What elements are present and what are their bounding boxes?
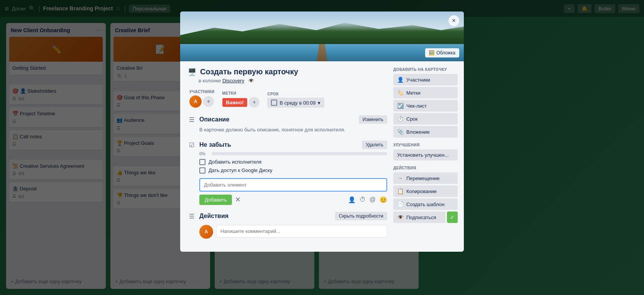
avatar[interactable]: A: [189, 95, 202, 108]
modal-close-button[interactable]: ×: [449, 15, 459, 26]
participants-row: A +: [189, 95, 215, 108]
move-icon: →: [397, 175, 403, 181]
deadline-section: СРОК В среду в 00:09 ▾: [267, 92, 324, 108]
actions-title: Действия: [199, 213, 228, 220]
template-label: Создать шаблон: [406, 202, 445, 207]
add-label-btn[interactable]: +: [249, 97, 260, 108]
modal-sidebar: ДОБАВИТЬ НА КАРТОЧКУ 👤 Участники 🏷️ Метк…: [393, 67, 458, 246]
checklist-progress: 0%: [199, 151, 387, 156]
check-text-1: Добавить исполнителя: [209, 159, 261, 165]
participants-label: УЧАСТНИКИ: [189, 90, 215, 94]
checklist-section: ☑ Не забыть Удалить 0%: [188, 141, 387, 205]
clock-icon[interactable]: ⏱: [360, 196, 366, 203]
deadline-row: В среду в 00:09 ▾: [267, 98, 324, 108]
improvements-btn[interactable]: Установить улучшен...: [393, 149, 458, 161]
clock-icon: ⏱️: [397, 116, 403, 122]
checklist-item-2: Дать доступ к Google Диску: [199, 167, 387, 174]
user-icon: 👤: [397, 77, 403, 83]
watch-icon[interactable]: 👁️: [248, 78, 254, 84]
actions-sidebar-section: ДЕЙСТВИЯ → Перемещение 📋 Копирование 📄 С…: [393, 166, 458, 223]
toolbar-icons: 👤 ⏱ @ 😊: [348, 196, 387, 203]
progress-percent: 0%: [199, 151, 209, 156]
checklist-item-1: Добавить исполнителя: [199, 159, 387, 165]
add-element-btn[interactable]: Добавить: [199, 195, 232, 205]
deadline-checkbox: [271, 100, 277, 106]
subscribe-check-btn[interactable]: ✓: [447, 211, 458, 223]
sidebar-participants-btn[interactable]: 👤 Участники: [393, 74, 458, 85]
description-text: В карточке должно быть описание, понятно…: [199, 126, 387, 134]
add-to-card-section: ДОБАВИТЬ НА КАРТОЧКУ 👤 Участники 🏷️ Метк…: [393, 67, 458, 138]
hide-details-btn[interactable]: Скрыть подробности: [335, 212, 387, 220]
sidebar-checklist-btn[interactable]: ☑️ Чек-лист: [393, 100, 458, 111]
comment-avatar: A: [199, 225, 213, 239]
sidebar-deadline-label: Срок: [406, 116, 418, 122]
deadline-label: СРОК: [267, 92, 324, 96]
progress-bar-bg: [212, 152, 387, 155]
actions-sidebar-label: ДЕЙСТВИЯ: [393, 166, 458, 170]
add-element-actions: Добавить ✕ 👤 ⏱ @ 😊: [199, 195, 387, 205]
move-btn[interactable]: → Перемещение: [393, 172, 458, 184]
subscribe-label: Подписаться: [406, 215, 436, 220]
checklist-icon: ☑️: [397, 103, 403, 109]
column-link[interactable]: Discovery: [222, 78, 244, 84]
card-modal: 🖼️ Обложка × 🖥️ Создать первую карточку …: [180, 11, 464, 252]
comment-input[interactable]: [216, 225, 387, 238]
activity-icon: ☰: [188, 213, 196, 239]
modal-cover: 🖼️ Обложка: [180, 11, 464, 61]
attachment-icon: 📎: [397, 129, 403, 135]
dock: [316, 44, 328, 62]
cover-btn-label: Обложка: [436, 50, 455, 56]
copy-label: Копирование: [406, 188, 437, 194]
checklist-title-row: Не забыть Удалить: [199, 141, 387, 149]
add-participant-btn[interactable]: +: [203, 96, 214, 107]
add-element-input[interactable]: [199, 178, 387, 192]
tag-icon: 🏷️: [397, 90, 403, 96]
checkbox-2[interactable]: [199, 167, 205, 174]
checklist-icon: ☑: [188, 141, 196, 205]
checklist-title: Не забыть: [199, 141, 231, 148]
template-btn[interactable]: 📄 Создать шаблон: [393, 198, 458, 210]
modal-overlay[interactable]: 🖼️ Обложка × 🖥️ Создать первую карточку …: [0, 0, 644, 295]
move-label: Перемещение: [406, 175, 440, 181]
cancel-add-btn[interactable]: ✕: [235, 195, 241, 204]
deadline-text: В среду в 00:09: [279, 100, 315, 106]
subscribe-row: 👁️ Подписаться ✓: [393, 211, 458, 223]
sidebar-attachment-label: Вложение: [406, 129, 430, 135]
sidebar-labels-label: Метки: [406, 90, 421, 96]
add-to-card-label: ДОБАВИТЬ НА КАРТОЧКУ: [393, 67, 458, 72]
emoji-icon[interactable]: 😊: [380, 196, 387, 203]
copy-icon: 📋: [397, 188, 403, 194]
image-icon: 🖼️: [429, 50, 435, 56]
checkbox-1[interactable]: [199, 159, 205, 165]
cover-button[interactable]: 🖼️ Обложка: [425, 48, 459, 57]
copy-btn[interactable]: 📋 Копирование: [393, 185, 458, 197]
deadline-button[interactable]: В среду в 00:09 ▾: [267, 98, 324, 108]
modal-subtitle: в колонке Discovery 👁️: [199, 78, 387, 84]
cover-image: [180, 11, 464, 61]
sidebar-participants-label: Участники: [406, 77, 430, 83]
labels-row: Важно! +: [222, 97, 260, 108]
sidebar-attachment-btn[interactable]: 📎 Вложение: [393, 126, 458, 138]
actions-header: Действия Скрыть подробности: [199, 212, 387, 220]
modal-title-row: 🖥️ Создать первую карточку: [188, 67, 387, 76]
water: [180, 44, 464, 62]
card-type-icon: 🖥️: [188, 68, 196, 76]
chevron-down-icon: ▾: [318, 100, 320, 106]
checklist-content: Не забыть Удалить 0%: [199, 141, 387, 205]
mention-icon[interactable]: @: [370, 196, 376, 203]
checklist-delete-btn[interactable]: Удалить: [362, 141, 387, 149]
important-label[interactable]: Важно!: [222, 98, 248, 107]
eye-icon: 👁️: [397, 214, 403, 220]
modal-main: 🖥️ Создать первую карточку в колонке Dis…: [188, 67, 387, 246]
description-title-row: Описание Изменить: [199, 115, 387, 124]
sidebar-checklist-label: Чек-лист: [406, 103, 427, 109]
improvements-label: УЛУЧШЕНИЯ: [393, 143, 458, 147]
labels-label: МЕТКИ: [222, 91, 260, 95]
participants-section: УЧАСТНИКИ A +: [189, 90, 215, 108]
sidebar-deadline-btn[interactable]: ⏱️ Срок: [393, 113, 458, 125]
description-edit-btn[interactable]: Изменить: [359, 115, 387, 124]
subscribe-btn[interactable]: 👁️ Подписаться: [393, 211, 445, 223]
assign-icon[interactable]: 👤: [348, 196, 356, 203]
sidebar-labels-btn[interactable]: 🏷️ Метки: [393, 87, 458, 98]
modal-meta-row: УЧАСТНИКИ A + МЕТКИ Важно! +: [189, 90, 387, 108]
